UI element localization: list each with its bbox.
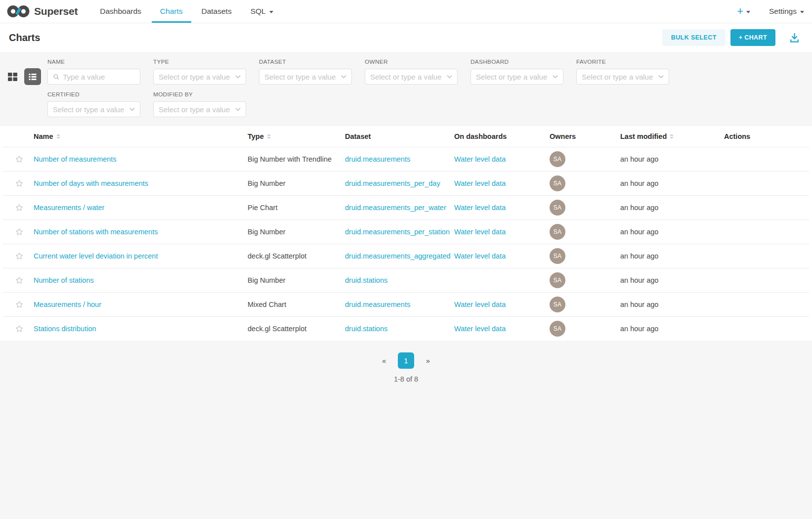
dashboard-link[interactable]: Water level data [454, 325, 506, 333]
chevron-down-icon [129, 107, 135, 111]
favorite-star-button[interactable] [15, 300, 30, 309]
table-row: Stations distribution deck.gl Scatterplo… [3, 316, 809, 341]
table-row: Number of measurements Big Number with T… [3, 147, 809, 171]
import-charts-button[interactable] [789, 32, 800, 43]
filter-select: OWNER Select or type a value [365, 58, 458, 85]
filter-select: FAVORITE Select or type a value [576, 58, 669, 85]
column-header-modified[interactable]: Last modified [618, 126, 722, 147]
actions-cell [722, 292, 809, 316]
dashboard-link[interactable]: Water level data [454, 204, 506, 212]
chart-type: Big Number [248, 179, 286, 187]
plus-icon: + [737, 6, 743, 17]
page-1-button[interactable]: 1 [398, 352, 414, 369]
dashboard-link[interactable]: Water level data [454, 179, 506, 187]
star-icon [15, 276, 24, 285]
filter-name: NAME [47, 58, 140, 85]
table-row: Number of stations with measurements Big… [3, 219, 809, 244]
dataset-link[interactable]: druid.measurements [345, 301, 410, 308]
favorite-star-button[interactable] [15, 203, 30, 212]
chart-name-link[interactable]: Number of measurements [34, 155, 117, 163]
add-chart-button[interactable]: + CHART [730, 29, 775, 46]
select-placeholder: Select or type a value [582, 73, 655, 81]
infinity-logo-icon [7, 5, 30, 18]
chart-name-link[interactable]: Current water level deviation in percent [34, 252, 158, 260]
dashboard-link[interactable]: Water level data [454, 155, 506, 163]
chart-name-link[interactable]: Number of days with measurements [34, 179, 148, 187]
filter-select-control[interactable]: Select or type a value [259, 69, 352, 85]
dashboard-link[interactable]: Water level data [454, 301, 506, 308]
filter-select-control[interactable]: Select or type a value [365, 69, 458, 85]
search-icon [53, 73, 59, 81]
last-modified: an hour ago [620, 325, 658, 333]
chevron-down-icon [235, 75, 241, 79]
chart-name-link[interactable]: Measurements / water [34, 204, 104, 212]
actions-cell [722, 195, 809, 219]
next-page-button[interactable]: » [426, 357, 430, 365]
nav-item-sql[interactable]: SQL [241, 0, 283, 23]
star-icon [15, 179, 24, 188]
favorite-star-button[interactable] [15, 155, 30, 164]
owner-avatar: SA [550, 272, 565, 288]
nav-item-dashboards[interactable]: Dashboards [90, 0, 151, 23]
filter-section: NAME TYPE Select or type a value [0, 52, 812, 126]
favorite-star-button[interactable] [15, 324, 30, 333]
actions-cell [722, 147, 809, 171]
chevron-down-icon [800, 11, 804, 13]
view-mode-toggles [6, 69, 41, 85]
chevron-down-icon [553, 75, 558, 79]
chart-name-link[interactable]: Measurements / hour [34, 301, 101, 308]
dataset-link[interactable]: druid.measurements [345, 155, 410, 163]
owner-avatar: SA [550, 175, 565, 191]
nav-item-charts[interactable]: Charts [151, 0, 192, 23]
name-filter-input[interactable] [63, 73, 135, 81]
filter-select-control[interactable]: Select or type a value [47, 101, 140, 117]
list-view-toggle[interactable] [24, 68, 41, 85]
table-row: Number of days with measurements Big Num… [3, 171, 809, 195]
dataset-link[interactable]: druid.stations [345, 325, 387, 333]
bulk-select-button[interactable]: BULK SELECT [662, 29, 726, 46]
filter-select: CERTIFIED Select or type a value [47, 91, 140, 117]
chart-type: Pie Chart [248, 204, 277, 212]
star-icon [15, 252, 24, 260]
settings-menu[interactable]: Settings [769, 7, 804, 16]
filter-select-control[interactable]: Select or type a value [576, 69, 669, 85]
dataset-link[interactable]: druid.measurements_per_water [345, 204, 446, 212]
dashboard-link[interactable]: Water level data [454, 228, 506, 236]
filter-label: DATASET [259, 58, 352, 65]
dashboard-link[interactable]: Water level data [454, 252, 506, 260]
filter-select: DATASET Select or type a value [259, 58, 352, 85]
dataset-link[interactable]: druid.measurements_per_day [345, 179, 440, 187]
chart-name-link[interactable]: Stations distribution [34, 325, 96, 333]
chart-name-link[interactable]: Number of stations with measurements [34, 228, 158, 236]
dataset-link[interactable]: druid.measurements_aggregated [345, 252, 451, 260]
filter-label: CERTIFIED [47, 91, 140, 98]
filter-select-control[interactable]: Select or type a value [470, 69, 563, 85]
star-icon [15, 203, 24, 212]
last-modified: an hour ago [620, 179, 658, 187]
brand-name: Superset [34, 5, 78, 17]
favorite-star-button[interactable] [15, 179, 30, 188]
owner-avatar: SA [550, 200, 565, 216]
column-header-type[interactable]: Type [246, 126, 343, 147]
dataset-link[interactable]: druid.stations [345, 276, 387, 284]
filter-select-control[interactable]: Select or type a value [153, 69, 246, 85]
main-nav: Dashboards Charts Datasets SQL [90, 0, 282, 23]
dataset-link[interactable]: druid.measurements_per_station [345, 228, 450, 236]
new-item-menu[interactable]: + [737, 6, 750, 17]
chart-name-link[interactable]: Number of stations [34, 276, 94, 284]
filter-select-control[interactable]: Select or type a value [153, 101, 246, 117]
previous-page-button[interactable]: « [382, 357, 386, 365]
column-header-dataset: Dataset [343, 126, 452, 147]
download-icon [789, 32, 800, 43]
column-header-name[interactable]: Name [32, 126, 246, 147]
favorite-star-button[interactable] [15, 227, 30, 236]
favorite-star-button[interactable] [15, 252, 30, 260]
card-view-toggle[interactable] [6, 70, 19, 83]
chevron-down-icon [269, 11, 273, 13]
chevron-down-icon [341, 75, 346, 79]
favorite-star-button[interactable] [15, 276, 30, 285]
nav-item-datasets[interactable]: Datasets [192, 0, 241, 23]
superset-logo[interactable]: Superset [7, 0, 78, 23]
filter-label: OWNER [365, 58, 458, 65]
select-placeholder: Select or type a value [159, 73, 232, 81]
